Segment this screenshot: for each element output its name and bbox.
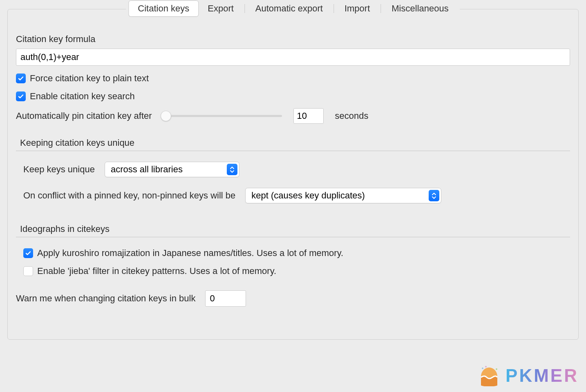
select-stepper-icon [429, 190, 439, 201]
select-stepper-icon [227, 164, 237, 175]
enable-citation-key-search-label: Enable citation key search [30, 91, 135, 102]
keep-keys-unique-label: Keep keys unique [23, 164, 95, 175]
tab-separator [380, 4, 381, 13]
tab-miscellaneous[interactable]: Miscellaneous [382, 1, 457, 16]
bulk-warn-label: Warn me when changing citation keys in b… [16, 293, 195, 304]
bulk-warn-input[interactable] [205, 290, 246, 307]
tab-citation-keys[interactable]: Citation keys [128, 0, 199, 17]
auto-pin-slider[interactable] [163, 110, 282, 122]
settings-panel: Citation keys Export Automatic export Im… [7, 9, 579, 340]
pkmer-watermark-text: PKMER [505, 365, 579, 386]
conflict-value: kept (causes key duplicates) [251, 190, 365, 201]
tab-automatic-export[interactable]: Automatic export [246, 1, 332, 16]
conflict-label: On conflict with a pinned key, non-pinne… [23, 190, 235, 201]
auto-pin-label: Automatically pin citation key after [16, 111, 152, 121]
pkmer-logo-icon [479, 365, 500, 386]
keep-keys-unique-select[interactable]: across all libraries [105, 162, 239, 177]
keep-keys-unique-value: across all libraries [111, 164, 183, 175]
citation-key-formula-input[interactable] [16, 49, 570, 66]
svg-point-1 [482, 368, 483, 369]
kuroshiro-checkbox[interactable] [23, 248, 33, 258]
slider-thumb-icon[interactable] [161, 111, 171, 121]
svg-point-3 [496, 368, 497, 370]
section-keeping-unique: Keeping citation keys unique [16, 138, 570, 151]
tab-separator [244, 4, 245, 13]
enable-citation-key-search-checkbox[interactable] [16, 91, 26, 101]
section-ideographs: Ideographs in citekeys [16, 224, 570, 237]
citation-key-formula-label: Citation key formula [16, 34, 570, 45]
tab-separator [333, 4, 334, 13]
pkmer-watermark: PKMER [479, 365, 579, 386]
force-plain-text-checkbox[interactable] [16, 74, 26, 83]
kuroshiro-label: Apply kuroshiro romajization in Japanese… [37, 248, 343, 258]
tab-import[interactable]: Import [335, 1, 379, 16]
jieba-label: Enable 'jieba' filter in citekey pattern… [37, 266, 276, 276]
auto-pin-value-input[interactable] [293, 108, 324, 124]
svg-point-2 [485, 366, 487, 368]
conflict-select[interactable]: kept (causes key duplicates) [245, 188, 441, 203]
jieba-checkbox[interactable] [23, 266, 33, 276]
tab-bar: Citation keys Export Automatic export Im… [126, 0, 460, 17]
auto-pin-unit-label: seconds [335, 111, 369, 121]
tab-export[interactable]: Export [199, 1, 243, 16]
force-plain-text-label: Force citation key to plain text [30, 73, 149, 84]
